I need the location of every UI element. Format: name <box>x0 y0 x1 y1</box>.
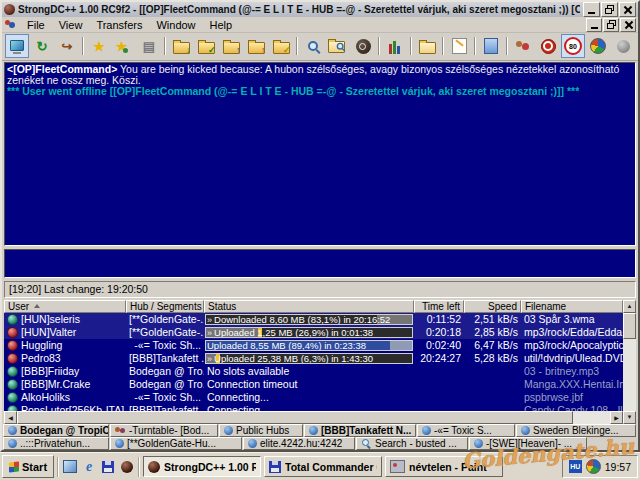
search-spy-button[interactable] <box>351 34 375 58</box>
notepad-button[interactable] <box>479 34 503 58</box>
waiting-users-button[interactable]: ↑ <box>219 34 243 58</box>
transfer-row[interactable]: Huggling-«= Toxic Sh...Uploaded 8,55 MB … <box>4 339 623 352</box>
window-tab[interactable]: Sweden Blekinge... <box>516 424 636 437</box>
upload-queue-button[interactable]: ✓ <box>269 34 293 58</box>
user-nick: Pedro83 <box>21 352 61 365</box>
window-tab[interactable]: ..:::Privatehun... <box>3 437 109 450</box>
menu-help[interactable]: Help <box>203 18 240 32</box>
menu-view[interactable]: View <box>52 18 90 32</box>
mdi-close-button[interactable] <box>620 18 636 32</box>
column-header-status[interactable]: Status <box>204 300 414 313</box>
download-user-icon <box>7 314 18 325</box>
taskbar-button[interactable]: névtelen - Paint <box>385 456 503 477</box>
adl-search-button[interactable] <box>326 34 350 58</box>
window-tab[interactable]: Search - busted ... <box>356 437 468 450</box>
finished-downloads-button[interactable]: ✓ <box>194 34 218 58</box>
settings-button[interactable] <box>447 34 471 58</box>
window-tab[interactable]: Public Hubs <box>219 424 303 437</box>
total-commander-icon <box>102 461 114 473</box>
menu-transfers[interactable]: Transfers <box>89 18 149 32</box>
close-button[interactable] <box>619 2 636 17</box>
transfer-row[interactable]: [HUN]Valter[**GoldenGate-...»Uploaded 1,… <box>4 326 623 339</box>
search-button[interactable] <box>301 34 325 58</box>
speed-limiter-button[interactable]: 80 <box>561 34 585 58</box>
ignored-users-button[interactable] <box>511 34 535 58</box>
reconnect-button[interactable]: ↻ <box>30 34 54 58</box>
settings-icon <box>452 38 467 54</box>
column-header-hub-segments[interactable]: Hub / Segments <box>126 300 204 313</box>
chat-input[interactable] <box>4 249 636 278</box>
network-statistics-button[interactable] <box>383 34 407 58</box>
away-mode-button[interactable] <box>536 34 560 58</box>
window-tab[interactable]: -«= Toxic S... <box>417 424 515 437</box>
chat-area[interactable]: <[OP]FleetCommand> You are being kicked … <box>4 62 636 246</box>
scroll-down-button[interactable]: ▼ <box>623 411 636 424</box>
column-header-speed[interactable]: Speed <box>464 300 521 313</box>
taskbar-button[interactable]: StrongDC++ 1.00 RC9... <box>143 456 261 477</box>
time-left: 0:20:18 <box>414 326 464 339</box>
status-cell: Connection timeout <box>204 378 414 391</box>
internet-explorer-button[interactable]: e <box>81 459 97 475</box>
favorite-hubs-button[interactable]: ★ <box>87 34 111 58</box>
window-tab[interactable]: -Turntable- [Bod... <box>110 424 218 437</box>
total-commander-button[interactable] <box>100 459 116 475</box>
scroll-left-button[interactable]: ◀ <box>4 411 17 424</box>
vertical-scroll-thumb[interactable] <box>623 313 636 339</box>
mdi-minimize-button[interactable] <box>586 18 602 32</box>
dcpp-tray-icon[interactable] <box>586 459 601 474</box>
horizontal-scroll-thumb[interactable] <box>17 411 573 424</box>
menu-window[interactable]: Window <box>149 18 202 32</box>
transfer-row[interactable]: AlkoHoliks-«= Toxic Sh...Connecting...ps… <box>4 391 623 404</box>
transfer-row[interactable]: Pedro83[BBB]Tankafett ...»Uploaded 25,38… <box>4 352 623 365</box>
user-nick: Huggling <box>21 339 62 352</box>
transfer-rows: [HUN]seleris[**GoldenGate-...»Downloaded… <box>4 313 623 411</box>
taskbar-button[interactable]: Total Commander 6.01 - ... <box>264 456 382 477</box>
transfer-row[interactable]: [BBB]Mr.CrakeBodegan @ Tro...Connection … <box>4 378 623 391</box>
hash-progress-button[interactable] <box>586 34 610 58</box>
language-indicator[interactable]: HU <box>569 460 582 473</box>
shutdown-button[interactable] <box>611 34 635 58</box>
mdi-restore-button[interactable] <box>603 18 619 32</box>
public-hubs-button[interactable] <box>5 34 29 58</box>
filename: mp3/rock/Edda/Edda - Szé <box>521 326 623 339</box>
window-tab[interactable]: [**GoldenGate-Hu... <box>110 437 242 450</box>
follow-redirect-icon: ↪ <box>59 38 76 54</box>
speed <box>464 378 521 391</box>
column-header-user[interactable]: User <box>4 300 126 313</box>
finished-uploads-button[interactable]: ↑ <box>244 34 268 58</box>
favorite-users-button[interactable]: ★ <box>112 34 136 58</box>
recent-hubs-button[interactable]: ▤ <box>137 34 161 58</box>
hub-name: [**GoldenGate-... <box>126 326 204 339</box>
download-queue-button[interactable]: ↓ <box>169 34 193 58</box>
window-tab[interactable]: [BBB]Tankafett N... <box>304 424 416 437</box>
vertical-scrollbar[interactable]: ▲ ▼ <box>623 300 636 424</box>
restore-button[interactable] <box>601 2 618 17</box>
window-tab[interactable]: -[SWE][Heaven]- ... <box>469 437 587 450</box>
strongdc-icon <box>121 461 133 473</box>
start-button[interactable]: Start <box>2 455 54 478</box>
title-bar[interactable]: StrongDC++ 1.00 RC9f2 - [[OP]FleetComman… <box>2 2 638 17</box>
minimize-button[interactable] <box>583 2 600 17</box>
open-filelist-button[interactable] <box>415 34 439 58</box>
window-tab[interactable]: elite.4242.hu:4242 <box>243 437 355 450</box>
column-header-filename[interactable]: Filename <box>521 300 623 313</box>
scroll-up-button[interactable]: ▲ <box>623 300 636 313</box>
transfer-list: UserHub / SegmentsStatusTime leftSpeedFi… <box>4 300 636 424</box>
clock[interactable]: 19:57 <box>605 461 631 473</box>
scroll-right-button[interactable]: ▶ <box>610 411 623 424</box>
column-header-time-left[interactable]: Time left <box>414 300 464 313</box>
horizontal-scrollbar[interactable]: ◀ ▶ <box>4 411 623 424</box>
transfer-row[interactable]: [BBB]FriidayBodegan @ Tro...No slots ava… <box>4 365 623 378</box>
minimize-icon <box>588 12 595 14</box>
window-tab-strip-row2: ..:::Privatehun...[**GoldenGate-Hu...eli… <box>2 437 638 450</box>
show-desktop-button[interactable] <box>62 459 78 475</box>
speed <box>464 404 521 411</box>
menu-file[interactable]: File <box>20 18 52 32</box>
follow-redirect-button[interactable]: ↪ <box>55 34 79 58</box>
transfer-row[interactable]: [HUN]seleris[**GoldenGate-...»Downloaded… <box>4 313 623 326</box>
show-desktop-icon <box>63 460 77 473</box>
window-tab[interactable]: Bodegan @ TropiC... <box>3 424 109 437</box>
chat-line: <[OP]FleetCommand> You are being kicked … <box>7 64 633 86</box>
transfer-row[interactable]: PopsLutor[256Kb-ITA][BBB]Tankafett ...Co… <box>4 404 623 411</box>
strongdc-button[interactable] <box>119 459 135 475</box>
